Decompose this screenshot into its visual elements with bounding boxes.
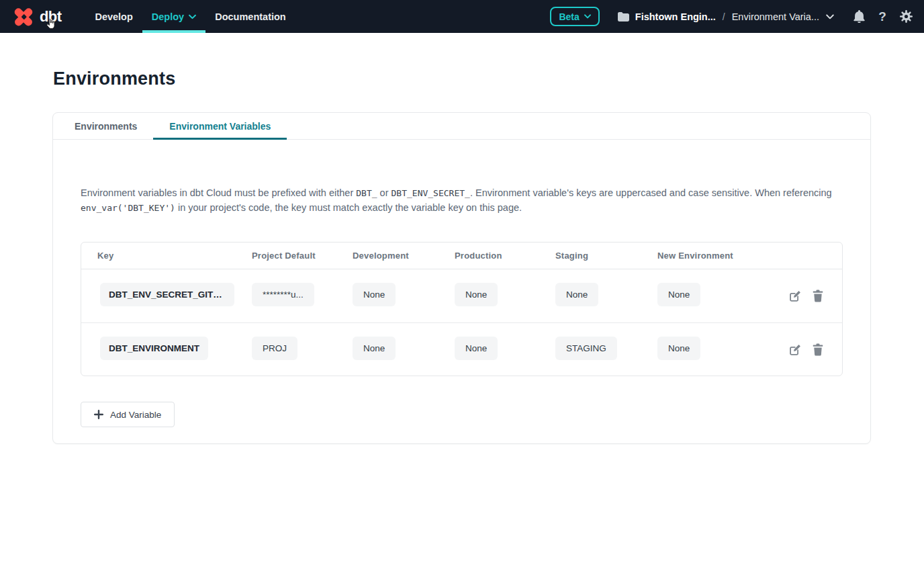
variable-key-badge: DBT_ENV_SECRET_GIT_T... [100,283,234,306]
page-title: Environments [53,69,924,89]
question-mark-icon[interactable]: ? [875,9,890,24]
dbt-wordmark: dbt [40,8,61,26]
cell-new-environment: None [657,337,765,363]
environments-card: Environments Environment Variables Envir… [52,112,871,444]
breadcrumb-page[interactable]: Environment Varia... [732,11,819,22]
value-badge: ********u... [252,283,314,306]
edit-icon[interactable] [789,343,802,356]
variable-key-badge: DBT_ENVIRONMENT [100,337,208,360]
cell-staging: None [555,283,657,309]
value-badge: None [657,283,700,306]
add-variable-button[interactable]: Add Variable [81,402,175,427]
description-segment: in your project's code, the key must mat… [175,202,522,213]
cell-development: None [353,283,455,309]
description-segment: or [377,187,391,198]
cell-project-default: PROJ [252,337,353,363]
card-body: Environment variables in dbt Cloud must … [53,140,870,443]
value-badge: None [657,337,700,360]
environment-variables-table: Key Project Default Development Producti… [81,242,843,376]
delete-icon[interactable] [813,290,823,302]
cell-production: None [455,283,555,309]
value-badge: None [455,337,498,360]
nav-item-label: Documentation [215,11,286,22]
table-row: DBT_ENV_SECRET_GIT_T... ********u... Non… [81,269,842,322]
cell-actions [765,343,842,356]
plus-icon [94,410,103,419]
cell-development: None [353,337,455,363]
cell-key: DBT_ENV_SECRET_GIT_T... [81,283,252,309]
edit-icon[interactable] [789,290,802,302]
tab-environment-variables[interactable]: Environment Variables [153,113,287,139]
nav-item-documentation[interactable]: Documentation [205,0,295,33]
add-variable-label: Add Variable [110,410,161,420]
beta-dropdown[interactable]: Beta [550,7,599,26]
column-header-staging: Staging [555,251,657,261]
cell-actions [765,290,842,302]
navbar-icon-group: ? [851,9,913,24]
nav-item-label: Deploy [152,11,184,22]
code-dbt-prefix: DBT_ [356,188,377,198]
table-row: DBT_ENVIRONMENT PROJ None None STAGING N… [81,322,842,376]
nav-item-deploy[interactable]: Deploy [142,0,205,33]
value-badge: None [353,283,396,306]
chevron-down-icon [584,14,591,19]
dbt-logo-icon [12,5,35,28]
nav-item-label: Develop [95,11,132,22]
chevron-down-icon [189,14,196,19]
navbar-right: Beta Fishtown Engin... / Environment Var… [550,7,913,26]
column-header-new-environment: New Environment [657,251,765,261]
tab-label: Environments [75,121,137,132]
bell-icon[interactable] [851,9,866,24]
cell-new-environment: None [657,283,765,309]
breadcrumb-separator: / [723,11,725,22]
chevron-down-icon[interactable] [826,14,834,19]
value-badge: PROJ [252,337,297,360]
description-segment: Environment variables in dbt Cloud must … [81,187,356,198]
cell-staging: STAGING [555,337,657,363]
tab-environments[interactable]: Environments [58,113,153,139]
code-env-var: env_var('DBT_KEY') [81,203,175,213]
gear-icon[interactable] [898,9,913,24]
table-header-row: Key Project Default Development Producti… [81,243,842,269]
column-header-project-default: Project Default [252,251,353,261]
value-badge: STAGING [555,337,617,360]
column-header-key: Key [81,251,252,261]
code-dbt-env-secret-prefix: DBT_ENV_SECRET_ [391,188,470,198]
folder-icon [618,12,629,21]
question-mark-glyph: ? [878,9,886,24]
tab-bar: Environments Environment Variables [53,113,870,140]
beta-label: Beta [559,11,579,22]
value-badge: None [455,283,498,306]
nav-item-develop[interactable]: Develop [85,0,142,33]
value-badge: None [353,337,396,360]
breadcrumb-project[interactable]: Fishtown Engin... [635,11,716,22]
breadcrumb: Fishtown Engin... / Environment Varia... [618,11,834,22]
value-badge: None [555,283,598,306]
column-header-development: Development [353,251,455,261]
dbt-logo[interactable]: dbt [12,5,61,28]
description-segment: . Environment variable's keys are upperc… [470,187,832,198]
cell-production: None [455,337,555,363]
delete-icon[interactable] [813,343,823,356]
tab-label: Environment Variables [169,121,271,132]
top-navbar: dbt Develop Deploy Documentation Beta Fi… [0,0,924,33]
cell-key: DBT_ENVIRONMENT [81,337,252,363]
primary-nav: Develop Deploy Documentation [85,0,295,33]
description-text: Environment variables in dbt Cloud must … [81,186,843,215]
column-header-production: Production [455,251,555,261]
cell-project-default: ********u... [252,283,353,309]
